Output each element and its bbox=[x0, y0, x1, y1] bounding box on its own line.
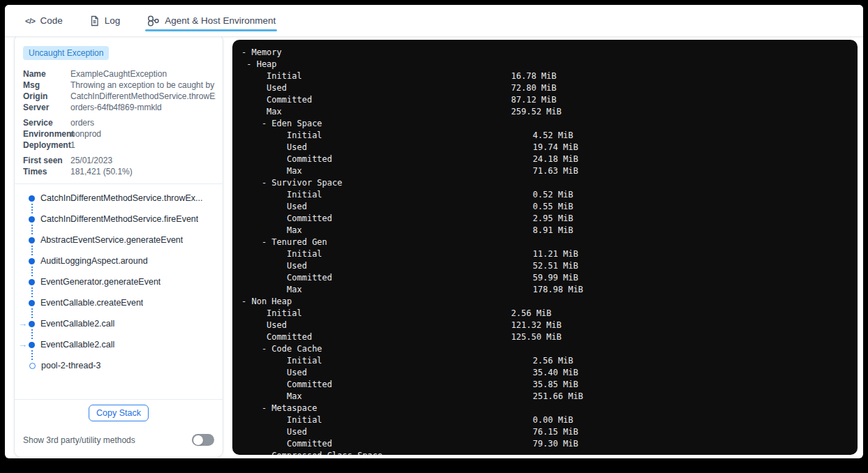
memory-tree-metric-row: Committed2.95 MiB bbox=[241, 213, 858, 225]
field-label: Service bbox=[23, 117, 70, 128]
memory-tree-metric-row: Max178.98 MiB bbox=[241, 284, 858, 296]
field-value: ExampleCaughtException bbox=[70, 68, 216, 80]
memory-tree-metric-row: Used0.55 MiB bbox=[241, 201, 858, 213]
memory-tree-value: 2.95 MiB bbox=[533, 213, 574, 225]
thread-marker-icon bbox=[29, 363, 36, 369]
stack-connector-dots bbox=[31, 204, 33, 213]
field-row: First seen25/01/2023 bbox=[23, 155, 216, 166]
stack-connector-dots bbox=[31, 350, 33, 360]
memory-tree-value: 52.51 MiB bbox=[533, 260, 578, 272]
memory-tree-label: - Code Cache bbox=[241, 344, 322, 354]
memory-tree-value: 71.63 MiB bbox=[533, 165, 578, 177]
copy-stack-button[interactable]: Copy Stack bbox=[89, 405, 149, 421]
memory-tree-metric-row: Max8.91 MiB bbox=[241, 225, 858, 236]
stack-frame[interactable]: EventCallable.createEvent bbox=[29, 297, 223, 308]
memory-tree-value: 87.12 MiB bbox=[511, 94, 557, 106]
stack-trace-list: CatchInDifferentMethodService.throwEx...… bbox=[15, 193, 223, 371]
stack-connector-dots bbox=[31, 266, 33, 276]
memory-tree-label: Initial bbox=[241, 308, 302, 318]
memory-tree-label: Initial bbox=[241, 249, 322, 259]
memory-tree-section[interactable]: - Eden Space bbox=[241, 118, 858, 130]
frame-marker-icon bbox=[29, 216, 35, 223]
field-value: Throwing an exception to be caught by a … bbox=[70, 80, 216, 91]
stack-frame[interactable]: →EventCallable2.call bbox=[29, 318, 223, 329]
tab-log[interactable]: Log bbox=[89, 5, 121, 36]
stack-frame-label: EventCallable.createEvent bbox=[40, 298, 143, 308]
field-value: 25/01/2023 bbox=[70, 155, 216, 166]
field-label: Environment bbox=[23, 128, 70, 140]
memory-tree-label: - Eden Space bbox=[241, 119, 322, 128]
agent-environment-memory-tree: - Memory- HeapInitial16.78 MiBUsed72.80 … bbox=[232, 40, 858, 455]
show-third-party-toggle-label: Show 3rd party/utility methods bbox=[23, 435, 135, 445]
memory-tree-metric-row: Initial2.56 MiB bbox=[241, 355, 858, 367]
memory-tree-metric-row: Committed24.18 MiB bbox=[241, 153, 858, 165]
memory-tree-metric-row: Initial16.78 MiB bbox=[241, 70, 858, 82]
app-window: </>CodeLogAgent & Host Environment Uncau… bbox=[5, 5, 863, 458]
memory-tree-label: - Tenured Gen bbox=[241, 237, 327, 247]
frame-marker-icon bbox=[29, 342, 35, 348]
memory-tree-section[interactable]: - Metaspace bbox=[241, 403, 858, 414]
memory-tree-label: Max bbox=[241, 225, 302, 235]
current-frame-arrow-icon: → bbox=[18, 339, 28, 350]
memory-tree-label: Max bbox=[241, 107, 282, 117]
memory-tree-section[interactable]: - Non Heap bbox=[241, 296, 858, 308]
memory-tree-metric-row: Initial4.52 MiB bbox=[241, 130, 858, 142]
frame-marker-icon bbox=[29, 258, 35, 264]
stack-frame-label: AuditLoggingAspect.around bbox=[40, 256, 148, 266]
memory-tree-section[interactable]: - Tenured Gen bbox=[241, 236, 858, 248]
stack-frame[interactable]: CatchInDifferentMethodService.throwEx... bbox=[29, 193, 223, 204]
frame-marker-icon bbox=[29, 279, 35, 285]
memory-tree-metric-row: Committed79.30 MiB bbox=[241, 438, 858, 450]
field-label: Deployment bbox=[23, 140, 70, 151]
memory-tree-section[interactable]: - Heap bbox=[241, 59, 858, 70]
tab-code[interactable]: </>Code bbox=[25, 5, 63, 36]
memory-tree-label: Initial bbox=[241, 71, 302, 81]
memory-tree-value: 35.40 MiB bbox=[533, 367, 578, 379]
memory-tree-value: 0.55 MiB bbox=[533, 201, 574, 213]
memory-tree-section[interactable]: - Code Cache bbox=[241, 343, 858, 355]
stack-frame[interactable]: pool-2-thread-3 bbox=[29, 360, 223, 371]
field-label: Origin bbox=[23, 91, 70, 102]
memory-tree-value: 76.15 MiB bbox=[533, 426, 578, 438]
memory-tree-label: Used bbox=[241, 261, 307, 271]
stack-frame[interactable]: AuditLoggingAspect.around bbox=[29, 255, 223, 266]
memory-tree-section[interactable]: - Survivor Space bbox=[241, 177, 858, 189]
field-row: Serviceorders bbox=[23, 117, 216, 128]
field-row: Deployment1 bbox=[23, 140, 216, 151]
stack-frame[interactable]: AbstractEventService.generateEvent bbox=[29, 234, 223, 246]
exception-detail-fields: NameExampleCaughtExceptionMsgThrowing an… bbox=[15, 68, 223, 113]
log-icon bbox=[89, 15, 100, 27]
memory-tree-value: 0.00 MiB bbox=[533, 414, 574, 426]
memory-tree-label: Initial bbox=[241, 356, 322, 366]
memory-tree-label: Committed bbox=[241, 95, 312, 105]
memory-tree-metric-row: Max259.52 MiB bbox=[241, 106, 858, 118]
occurrence-info-fields: First seen25/01/2023Times181,421 (50.1%) bbox=[15, 155, 223, 177]
memory-tree-label: - Survivor Space bbox=[241, 178, 342, 188]
field-label: Msg bbox=[23, 80, 70, 91]
frame-marker-icon bbox=[29, 300, 35, 306]
memory-tree-value: 72.80 MiB bbox=[511, 82, 557, 94]
tab-bar: </>CodeLogAgent & Host Environment bbox=[5, 5, 863, 37]
memory-tree-value: 251.66 MiB bbox=[533, 391, 583, 403]
tab-agent-host-environment[interactable]: Agent & Host Environment bbox=[147, 5, 276, 36]
field-row: Times181,421 (50.1%) bbox=[23, 166, 216, 177]
memory-tree-value: 2.56 MiB bbox=[533, 355, 574, 367]
stack-frame[interactable]: EventGenerator.generateEvent bbox=[29, 276, 223, 287]
memory-tree-metric-row: Used52.51 MiB bbox=[241, 260, 858, 272]
stack-frame-label: EventCallable2.call bbox=[40, 340, 114, 350]
memory-tree-value: 16.78 MiB bbox=[511, 70, 557, 82]
exception-details-panel: Uncaught Exception NameExampleCaughtExce… bbox=[14, 34, 223, 458]
stack-frame[interactable]: →EventCallable2.call bbox=[29, 339, 223, 350]
memory-tree-label: Committed bbox=[241, 332, 312, 342]
stack-frame[interactable]: CatchInDifferentMethodService.fireEvent bbox=[29, 213, 223, 225]
memory-tree-label: Committed bbox=[241, 380, 332, 389]
memory-tree-value: 259.52 MiB bbox=[511, 106, 562, 118]
memory-tree-metric-row: Initial0.52 MiB bbox=[241, 189, 858, 201]
stack-connector-dots bbox=[31, 225, 33, 234]
memory-tree-metric-row: Committed87.12 MiB bbox=[241, 94, 858, 106]
memory-tree-label: Max bbox=[241, 285, 302, 294]
memory-tree-label: Initial bbox=[241, 130, 322, 140]
memory-tree-section[interactable]: - Compressed Class Space bbox=[241, 450, 858, 455]
memory-tree-section[interactable]: - Memory bbox=[241, 47, 858, 59]
show-third-party-toggle[interactable] bbox=[192, 434, 214, 446]
